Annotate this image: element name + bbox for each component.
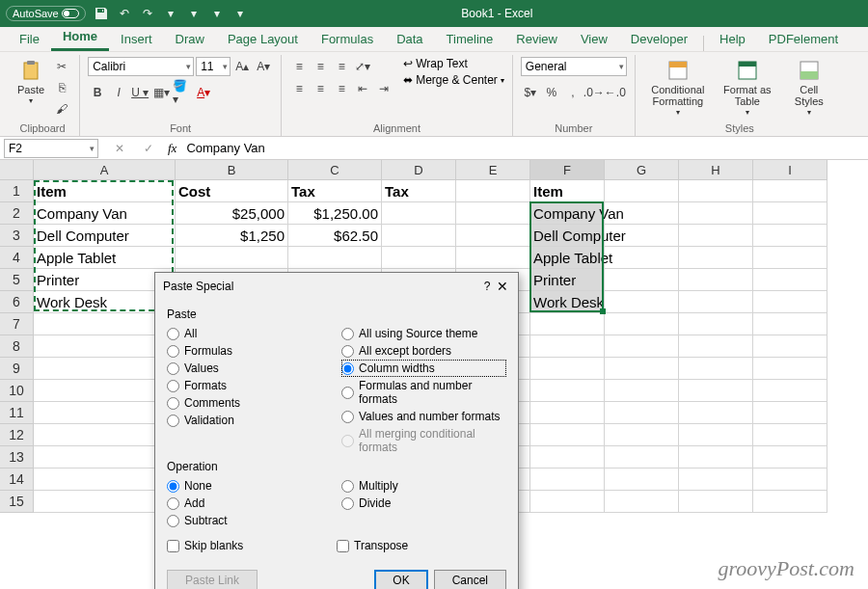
cell-F7[interactable] [530, 313, 605, 335]
qat-icon[interactable]: ▾ [232, 6, 248, 21]
col-header-C[interactable]: C [288, 160, 382, 180]
qat-icon[interactable]: ▾ [209, 6, 225, 21]
col-header-D[interactable]: D [382, 160, 456, 180]
cell-I7[interactable] [753, 313, 827, 335]
cell-G10[interactable] [605, 380, 679, 402]
cell-A1[interactable]: Item [34, 180, 176, 202]
cell-H13[interactable] [679, 446, 753, 469]
col-header-A[interactable]: A [34, 160, 176, 180]
tab-help[interactable]: Help [708, 28, 757, 51]
row-header-1[interactable]: 1 [0, 180, 34, 202]
cell-E4[interactable] [456, 247, 530, 269]
percent-icon[interactable]: % [542, 83, 561, 102]
radio-formulas[interactable]: Formulas [167, 342, 332, 360]
cell-C1[interactable]: Tax [288, 180, 382, 202]
ok-button[interactable]: OK [374, 570, 427, 589]
decrease-font-icon[interactable]: A▾ [254, 57, 273, 76]
cell-I2[interactable] [753, 202, 827, 225]
tab-formulas[interactable]: Formulas [310, 28, 385, 51]
tab-data[interactable]: Data [385, 28, 434, 51]
radio-formats[interactable]: Formats [167, 377, 332, 394]
fill-color-icon[interactable]: 🪣▾ [173, 83, 192, 102]
col-header-H[interactable]: H [679, 160, 753, 180]
tab-review[interactable]: Review [504, 28, 569, 51]
cell-F11[interactable] [530, 402, 605, 424]
format-as-table-button[interactable]: Format as Table▾ [717, 57, 778, 120]
align-bottom-icon[interactable]: ≡ [332, 57, 351, 76]
autosave-toggle[interactable]: AutoSave [6, 6, 86, 21]
align-right-icon[interactable]: ≡ [332, 79, 351, 98]
cell-F10[interactable] [530, 380, 605, 402]
radio-fnum[interactable]: Formulas and number formats [341, 377, 506, 408]
radio-all[interactable]: All [167, 325, 332, 342]
cell-G12[interactable] [605, 424, 679, 446]
qat-icon[interactable]: ▾ [163, 6, 178, 21]
number-format-combo[interactable]: General [521, 57, 627, 76]
cell-H6[interactable] [679, 291, 753, 313]
radio-add[interactable]: Add [167, 495, 332, 512]
cell-I11[interactable] [753, 402, 827, 424]
cell-I8[interactable] [753, 335, 827, 358]
radio-none[interactable]: None [167, 477, 332, 495]
redo-icon[interactable]: ↷ [140, 6, 155, 21]
cancel-formula-icon[interactable]: ✕ [110, 139, 129, 158]
cell-B4[interactable] [176, 247, 288, 269]
row-headers[interactable]: 123456789101112131415 [0, 180, 34, 513]
cell-G7[interactable] [605, 313, 679, 335]
font-color-icon[interactable]: A▾ [194, 83, 213, 102]
cell-H7[interactable] [679, 313, 753, 335]
underline-button[interactable]: U ▾ [130, 83, 149, 102]
cell-H1[interactable] [679, 180, 753, 202]
cell-H5[interactable] [679, 269, 753, 291]
cell-H9[interactable] [679, 358, 753, 380]
cell-F15[interactable] [530, 491, 605, 513]
fx-icon[interactable]: fx [168, 141, 176, 156]
cell-G3[interactable] [605, 225, 679, 247]
cell-F13[interactable] [530, 446, 605, 469]
cell-H11[interactable] [679, 402, 753, 424]
cell-F9[interactable] [530, 358, 605, 380]
cell-H14[interactable] [679, 469, 753, 491]
row-header-8[interactable]: 8 [0, 335, 34, 358]
cell-G14[interactable] [605, 469, 679, 491]
row-header-10[interactable]: 10 [0, 380, 34, 402]
tab-developer[interactable]: Developer [619, 28, 699, 51]
paste-link-button[interactable]: Paste Link [167, 570, 258, 589]
cell-styles-button[interactable]: Cell Styles▾ [782, 57, 836, 120]
cell-F4[interactable]: Apple Tablet [530, 247, 605, 269]
cell-G2[interactable] [605, 202, 679, 225]
cell-H4[interactable] [679, 247, 753, 269]
cancel-button[interactable]: Cancel [434, 570, 506, 589]
row-header-12[interactable]: 12 [0, 424, 34, 446]
radio-comments[interactable]: Comments [167, 394, 332, 412]
cell-A4[interactable]: Apple Tablet [34, 247, 176, 269]
cell-C2[interactable]: $1,250.00 [288, 202, 382, 225]
cell-H3[interactable] [679, 225, 753, 247]
indent-increase-icon[interactable]: ⇥ [374, 79, 393, 98]
currency-icon[interactable]: $▾ [521, 83, 540, 102]
col-header-F[interactable]: F [530, 160, 605, 180]
cell-H2[interactable] [679, 202, 753, 225]
italic-button[interactable]: I [109, 83, 128, 102]
col-header-E[interactable]: E [456, 160, 530, 180]
cell-F2[interactable]: Company Van [530, 202, 605, 225]
column-headers[interactable]: ABCDEFGHI [34, 160, 827, 180]
tab-timeline[interactable]: Timeline [435, 28, 505, 51]
cell-I13[interactable] [753, 446, 827, 469]
format-painter-icon[interactable]: 🖌 [52, 99, 71, 119]
comma-icon[interactable]: , [563, 83, 583, 102]
transpose-checkbox[interactable]: Transpose [337, 539, 506, 552]
row-header-9[interactable]: 9 [0, 358, 34, 380]
cut-icon[interactable]: ✂ [52, 57, 71, 76]
align-center-icon[interactable]: ≡ [311, 79, 330, 98]
cell-H8[interactable] [679, 335, 753, 358]
cell-G9[interactable] [605, 358, 679, 380]
cell-F6[interactable]: Work Desk [530, 291, 605, 313]
cell-C4[interactable] [288, 247, 382, 269]
merge-center-button[interactable]: ⬌ Merge & Center ▾ [403, 73, 504, 87]
qat-icon[interactable]: ▾ [186, 6, 202, 21]
cell-I5[interactable] [753, 269, 827, 291]
help-icon[interactable]: ? [479, 280, 495, 293]
cell-G11[interactable] [605, 402, 679, 424]
cell-F5[interactable]: Printer [530, 269, 605, 291]
